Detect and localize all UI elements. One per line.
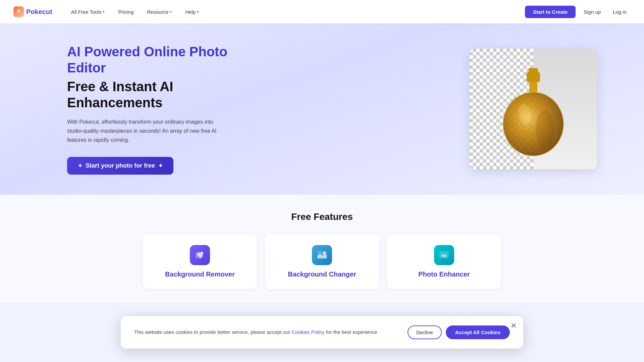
login-button[interactable]: Log in: [609, 6, 631, 17]
features-grid: Background Remover Background Changer HD…: [27, 234, 617, 289]
chevron-down-icon: ▾: [170, 10, 172, 14]
perfume-bottle-svg: [490, 59, 577, 159]
perfume-bottle-overlay: [470, 49, 597, 169]
bg-changer-label: Background Changer: [288, 270, 356, 278]
bg-changer-icon: [312, 245, 332, 265]
nav-pricing[interactable]: Pricing: [113, 6, 139, 17]
hero-image-container: [470, 49, 597, 169]
nav-resource-label: Resource: [147, 9, 168, 15]
svg-rect-1: [529, 68, 538, 73]
photo-enhancer-icon: HD: [434, 245, 454, 265]
logo-icon: P: [13, 6, 24, 17]
chevron-down-icon: ▾: [197, 10, 199, 14]
hero-description: With Pokecut, effortlessly transform you…: [67, 117, 228, 145]
chevron-down-icon: ▾: [103, 10, 105, 14]
features-section: Free Features Background Remover Backg: [0, 195, 644, 302]
svg-point-10: [323, 251, 326, 254]
feature-card-bg-remover[interactable]: Background Remover: [143, 234, 257, 289]
feature-card-photo-enhancer[interactable]: HD Photo Enhancer: [387, 234, 501, 289]
nav-links: All Free Tools ▾ Pricing Resource ▾ Help…: [66, 6, 525, 17]
nav-help-label: Help: [185, 9, 196, 15]
sparkle-icon: ✦: [78, 163, 82, 169]
start-photo-label: Start your photo for free: [86, 162, 155, 169]
bg-remover-label: Background Remover: [165, 270, 235, 278]
logo-text: Pokecut: [26, 8, 52, 16]
svg-point-8: [201, 252, 203, 254]
nav-all-free-tools[interactable]: All Free Tools ▾: [66, 6, 110, 17]
hero-text: AI Powered Online Photo Editor Free & In…: [67, 44, 241, 175]
svg-point-6: [536, 111, 554, 147]
nav-all-free-tools-label: All Free Tools: [71, 9, 102, 15]
hero-image: [463, 49, 604, 169]
sparkle-icon-2: ✦: [158, 163, 163, 169]
start-to-create-button[interactable]: Start to Create: [525, 6, 576, 18]
features-title: Free Features: [27, 212, 617, 222]
nav-pricing-label: Pricing: [118, 9, 133, 15]
nav-help[interactable]: Help ▾: [180, 6, 204, 17]
hero-section: AI Powered Online Photo Editor Free & In…: [0, 23, 644, 195]
nav-resource[interactable]: Resource ▾: [142, 6, 177, 17]
logo-p: P: [26, 8, 31, 15]
nav-right: Start to Create Sign up Log in: [525, 6, 631, 18]
logo-rest: okecut: [31, 8, 52, 15]
svg-rect-0: [527, 72, 540, 82]
start-photo-button[interactable]: ✦ Start your photo for free ✦: [67, 157, 173, 175]
hero-title-colored: AI Powered Online Photo Editor: [67, 44, 241, 76]
feature-card-bg-changer[interactable]: Background Changer: [265, 234, 379, 289]
svg-text:HD: HD: [441, 254, 447, 258]
svg-rect-2: [529, 82, 537, 92]
photo-enhancer-label: Photo Enhancer: [418, 270, 470, 278]
hero-title-black: Free & Instant AI Enhancements: [67, 78, 241, 111]
signup-button[interactable]: Sign up: [580, 6, 605, 17]
navbar: P Pokecut All Free Tools ▾ Pricing Resou…: [0, 0, 644, 23]
bg-remover-icon: [190, 245, 210, 265]
logo[interactable]: P Pokecut: [13, 6, 52, 17]
